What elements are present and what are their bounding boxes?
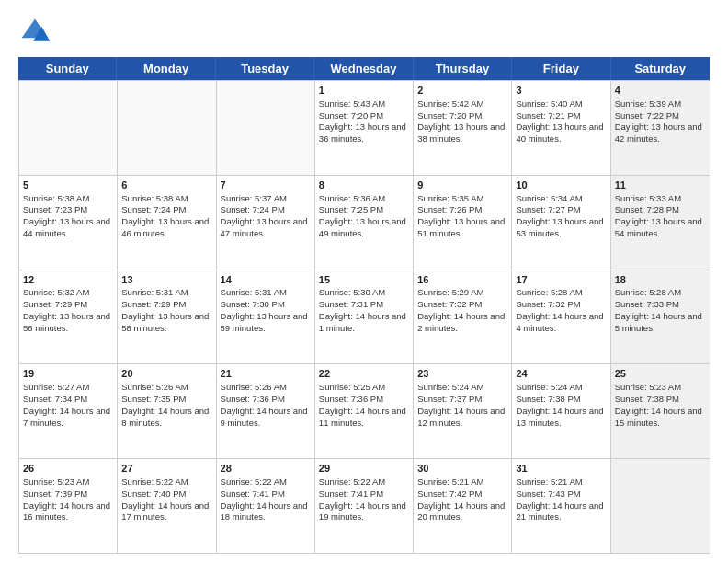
calendar-row: 5Sunrise: 5:38 AMSunset: 7:23 PMDaylight… bbox=[19, 175, 710, 270]
cell-info: Sunrise: 5:23 AMSunset: 7:39 PMDaylight:… bbox=[23, 477, 113, 523]
cell-info: Sunrise: 5:26 AMSunset: 7:35 PMDaylight:… bbox=[121, 382, 211, 429]
day-number: 28 bbox=[221, 462, 311, 476]
cell-info: Sunrise: 5:37 AMSunset: 7:24 PMDaylight:… bbox=[221, 193, 311, 240]
calendar-cell: 18Sunrise: 5:28 AMSunset: 7:33 PMDayligh… bbox=[611, 270, 710, 364]
calendar-cell bbox=[217, 81, 315, 175]
day-number: 5 bbox=[23, 178, 113, 192]
cell-info: Sunrise: 5:39 AMSunset: 7:22 PMDaylight:… bbox=[615, 98, 706, 145]
calendar-cell: 6Sunrise: 5:38 AMSunset: 7:24 PMDaylight… bbox=[118, 176, 216, 270]
header bbox=[18, 15, 710, 48]
day-number: 15 bbox=[319, 273, 409, 287]
header-day-wednesday: Wednesday bbox=[314, 57, 413, 80]
calendar-cell: 30Sunrise: 5:21 AMSunset: 7:42 PMDayligh… bbox=[414, 459, 512, 553]
cell-info: Sunrise: 5:31 AMSunset: 7:29 PMDaylight:… bbox=[121, 287, 211, 334]
calendar-cell bbox=[19, 81, 118, 175]
calendar-cell: 19Sunrise: 5:27 AMSunset: 7:34 PMDayligh… bbox=[19, 364, 118, 458]
cell-info: Sunrise: 5:40 AMSunset: 7:21 PMDaylight:… bbox=[516, 98, 606, 145]
cell-info: Sunrise: 5:38 AMSunset: 7:24 PMDaylight:… bbox=[121, 193, 211, 240]
cell-info: Sunrise: 5:43 AMSunset: 7:20 PMDaylight:… bbox=[319, 98, 409, 145]
cell-info: Sunrise: 5:27 AMSunset: 7:34 PMDaylight:… bbox=[23, 382, 113, 429]
day-number: 19 bbox=[23, 367, 113, 381]
cell-info: Sunrise: 5:21 AMSunset: 7:43 PMDaylight:… bbox=[516, 477, 606, 523]
day-number: 22 bbox=[319, 367, 409, 381]
calendar-cell: 21Sunrise: 5:26 AMSunset: 7:36 PMDayligh… bbox=[217, 364, 315, 458]
cell-info: Sunrise: 5:33 AMSunset: 7:28 PMDaylight:… bbox=[615, 193, 706, 240]
cell-info: Sunrise: 5:22 AMSunset: 7:41 PMDaylight:… bbox=[221, 477, 311, 523]
cell-info: Sunrise: 5:24 AMSunset: 7:37 PMDaylight:… bbox=[417, 382, 507, 429]
calendar-cell: 24Sunrise: 5:24 AMSunset: 7:38 PMDayligh… bbox=[512, 364, 610, 458]
cell-info: Sunrise: 5:23 AMSunset: 7:38 PMDaylight:… bbox=[615, 382, 706, 429]
calendar: SundayMondayTuesdayWednesdayThursdayFrid… bbox=[18, 57, 710, 554]
calendar-cell: 10Sunrise: 5:34 AMSunset: 7:27 PMDayligh… bbox=[512, 176, 610, 270]
calendar-cell: 17Sunrise: 5:28 AMSunset: 7:32 PMDayligh… bbox=[512, 270, 610, 364]
day-number: 11 bbox=[615, 178, 706, 192]
logo-icon bbox=[18, 15, 51, 48]
header-day-thursday: Thursday bbox=[414, 57, 512, 80]
calendar-cell: 5Sunrise: 5:38 AMSunset: 7:23 PMDaylight… bbox=[19, 176, 118, 270]
calendar-cell: 23Sunrise: 5:24 AMSunset: 7:37 PMDayligh… bbox=[414, 364, 512, 458]
logo bbox=[18, 15, 55, 48]
day-number: 2 bbox=[417, 84, 507, 98]
day-number: 13 bbox=[121, 273, 211, 287]
day-number: 30 bbox=[417, 462, 507, 476]
cell-info: Sunrise: 5:38 AMSunset: 7:23 PMDaylight:… bbox=[23, 193, 113, 240]
day-number: 24 bbox=[516, 367, 606, 381]
day-number: 27 bbox=[121, 462, 211, 476]
day-number: 9 bbox=[417, 178, 507, 192]
cell-info: Sunrise: 5:25 AMSunset: 7:36 PMDaylight:… bbox=[319, 382, 409, 429]
calendar-cell: 1Sunrise: 5:43 AMSunset: 7:20 PMDaylight… bbox=[315, 81, 414, 175]
cell-info: Sunrise: 5:26 AMSunset: 7:36 PMDaylight:… bbox=[221, 382, 311, 429]
day-number: 3 bbox=[516, 84, 606, 98]
cell-info: Sunrise: 5:22 AMSunset: 7:41 PMDaylight:… bbox=[319, 477, 409, 523]
cell-info: Sunrise: 5:42 AMSunset: 7:20 PMDaylight:… bbox=[417, 98, 507, 145]
day-number: 10 bbox=[516, 178, 606, 192]
cell-info: Sunrise: 5:29 AMSunset: 7:32 PMDaylight:… bbox=[417, 287, 507, 334]
calendar-cell: 27Sunrise: 5:22 AMSunset: 7:40 PMDayligh… bbox=[118, 459, 216, 553]
calendar-row: 19Sunrise: 5:27 AMSunset: 7:34 PMDayligh… bbox=[19, 363, 710, 458]
calendar-cell: 2Sunrise: 5:42 AMSunset: 7:20 PMDaylight… bbox=[414, 81, 512, 175]
day-number: 8 bbox=[319, 178, 409, 192]
day-number: 6 bbox=[121, 178, 211, 192]
day-number: 31 bbox=[516, 462, 606, 476]
calendar-cell: 8Sunrise: 5:36 AMSunset: 7:25 PMDaylight… bbox=[315, 176, 414, 270]
calendar-row: 1Sunrise: 5:43 AMSunset: 7:20 PMDaylight… bbox=[19, 80, 710, 175]
cell-info: Sunrise: 5:21 AMSunset: 7:42 PMDaylight:… bbox=[417, 477, 507, 523]
calendar-cell: 7Sunrise: 5:37 AMSunset: 7:24 PMDaylight… bbox=[217, 176, 315, 270]
day-number: 25 bbox=[615, 367, 706, 381]
day-number: 17 bbox=[516, 273, 606, 287]
calendar-cell: 9Sunrise: 5:35 AMSunset: 7:26 PMDaylight… bbox=[414, 176, 512, 270]
calendar-row: 12Sunrise: 5:32 AMSunset: 7:29 PMDayligh… bbox=[19, 270, 710, 364]
calendar-cell: 14Sunrise: 5:31 AMSunset: 7:30 PMDayligh… bbox=[217, 270, 315, 364]
day-number: 21 bbox=[221, 367, 311, 381]
day-number: 18 bbox=[615, 273, 706, 287]
calendar-cell: 3Sunrise: 5:40 AMSunset: 7:21 PMDaylight… bbox=[512, 81, 610, 175]
day-number: 12 bbox=[23, 273, 113, 287]
day-number: 4 bbox=[615, 84, 706, 98]
page: SundayMondayTuesdayWednesdayThursdayFrid… bbox=[0, 0, 728, 563]
cell-info: Sunrise: 5:22 AMSunset: 7:40 PMDaylight:… bbox=[121, 477, 211, 523]
calendar-cell: 15Sunrise: 5:30 AMSunset: 7:31 PMDayligh… bbox=[315, 270, 414, 364]
cell-info: Sunrise: 5:28 AMSunset: 7:32 PMDaylight:… bbox=[516, 287, 606, 334]
day-number: 7 bbox=[221, 178, 311, 192]
header-day-tuesday: Tuesday bbox=[216, 57, 314, 80]
calendar-cell: 13Sunrise: 5:31 AMSunset: 7:29 PMDayligh… bbox=[118, 270, 216, 364]
calendar-cell: 22Sunrise: 5:25 AMSunset: 7:36 PMDayligh… bbox=[315, 364, 414, 458]
calendar-row: 26Sunrise: 5:23 AMSunset: 7:39 PMDayligh… bbox=[19, 458, 710, 553]
cell-info: Sunrise: 5:28 AMSunset: 7:33 PMDaylight:… bbox=[615, 287, 706, 334]
cell-info: Sunrise: 5:35 AMSunset: 7:26 PMDaylight:… bbox=[417, 193, 507, 240]
header-day-saturday: Saturday bbox=[611, 57, 710, 80]
calendar-cell: 25Sunrise: 5:23 AMSunset: 7:38 PMDayligh… bbox=[611, 364, 710, 458]
day-number: 26 bbox=[23, 462, 113, 476]
calendar-cell: 26Sunrise: 5:23 AMSunset: 7:39 PMDayligh… bbox=[19, 459, 118, 553]
calendar-cell: 4Sunrise: 5:39 AMSunset: 7:22 PMDaylight… bbox=[611, 81, 710, 175]
day-number: 1 bbox=[319, 84, 409, 98]
header-day-sunday: Sunday bbox=[18, 57, 117, 80]
calendar-cell bbox=[611, 459, 710, 553]
calendar-cell: 12Sunrise: 5:32 AMSunset: 7:29 PMDayligh… bbox=[19, 270, 118, 364]
header-day-monday: Monday bbox=[117, 57, 215, 80]
calendar-body: 1Sunrise: 5:43 AMSunset: 7:20 PMDaylight… bbox=[18, 80, 710, 554]
cell-info: Sunrise: 5:31 AMSunset: 7:30 PMDaylight:… bbox=[221, 287, 311, 334]
calendar-header: SundayMondayTuesdayWednesdayThursdayFrid… bbox=[18, 57, 710, 80]
day-number: 23 bbox=[417, 367, 507, 381]
calendar-cell bbox=[118, 81, 216, 175]
